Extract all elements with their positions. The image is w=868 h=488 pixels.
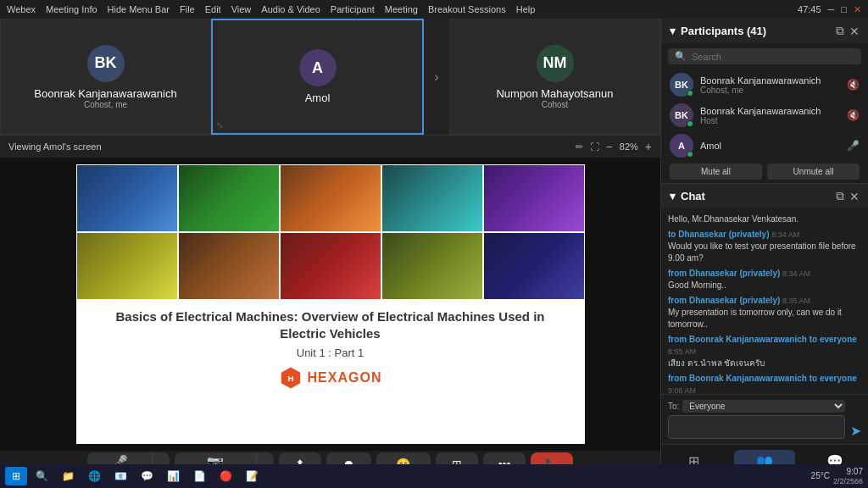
- chat-label: Chat: [681, 190, 705, 202]
- menu-meeting-info[interactable]: Meeting Info: [46, 4, 97, 14]
- slide-images: [76, 164, 585, 300]
- slide-img-4: [381, 164, 483, 232]
- expand-icon: ⤡: [216, 120, 223, 130]
- menu-breakout[interactable]: Breakout Sessions: [428, 4, 506, 14]
- p-avatar-1: BK: [670, 73, 693, 97]
- presentation-slide: Basics of Electrical Machines: Overview …: [76, 164, 585, 444]
- slide-img-8: [280, 232, 381, 300]
- taskbar-teams[interactable]: 💬: [135, 466, 159, 486]
- screen-content: Basics of Electrical Machines: Overview …: [0, 158, 660, 451]
- menu-webex[interactable]: Webex: [7, 4, 36, 14]
- participant-item-2[interactable]: BK Boonrak Kanjanawarawanich Host 🔇: [661, 100, 868, 130]
- role-1: Cohost, me: [84, 100, 127, 109]
- taskbar-app1[interactable]: 🔴: [214, 466, 237, 486]
- slide-subtitle: Unit 1 : Part 1: [93, 347, 568, 359]
- main-layout: BK Boonrak Kanjanawarawanich Cohost, me …: [0, 19, 868, 488]
- participant-item-3[interactable]: A Amol 🎤: [661, 130, 868, 160]
- taskbar-weather: 25°C: [811, 471, 830, 480]
- menu-meeting[interactable]: Meeting: [385, 4, 418, 14]
- taskbar-excel[interactable]: 📊: [161, 466, 185, 486]
- fit-icon[interactable]: ⛶: [590, 141, 599, 152]
- menu-bar: Webex Meeting Info Hide Menu Bar File Ed…: [0, 0, 868, 19]
- video-tile-2[interactable]: A Amol ⤡: [211, 19, 424, 135]
- close-icon[interactable]: ✕: [854, 4, 861, 15]
- video-tile-1[interactable]: BK Boonrak Kanjanawarawanich Cohost, me: [0, 19, 211, 135]
- name-2: Amol: [305, 92, 331, 104]
- slide-img-top: [76, 164, 585, 232]
- chat-text-1: Would you like to test your presentation…: [668, 241, 861, 264]
- chat-text-2: Good Morning..: [668, 280, 861, 291]
- zoom-minus[interactable]: −: [606, 141, 613, 152]
- screen-share-area: Viewing Amol's screen ✏ ⛶ − 82% +: [0, 136, 660, 451]
- chat-time-3: 8:35 AM: [782, 297, 810, 305]
- taskbar-date: 2/2/2566: [833, 477, 863, 486]
- chat-msg-1: to Dhanasekar (privately) 8:34 AM Would …: [668, 229, 861, 264]
- taskbar-word[interactable]: 📄: [187, 466, 211, 486]
- slide-img-2: [178, 164, 280, 232]
- maximize-icon[interactable]: □: [841, 4, 847, 14]
- video-tile-3[interactable]: NM Numpon Mahayotsanun Cohost: [449, 19, 660, 135]
- mute-all-button[interactable]: Mute all: [670, 164, 762, 180]
- collapse-icon[interactable]: ▾: [670, 25, 676, 37]
- unmute-all-button[interactable]: Unmute all: [767, 164, 860, 180]
- chat-input-wrapper: To: Everyone: [668, 400, 845, 439]
- clock-display: 47:45: [798, 4, 821, 14]
- search-icon: 🔍: [675, 51, 687, 62]
- nav-arrow-right[interactable]: ›: [424, 19, 449, 135]
- chat-msg-5: from Boonrak Kanjanawarawanich to everyo…: [668, 373, 861, 394]
- chat-input-area: To: Everyone ➤: [661, 394, 868, 444]
- chat-text-0: Hello, Mr.Dhanasekar Venkatesan.: [668, 214, 798, 224]
- chat-msg-2: from Dhanasekar (privately) 8:34 AM Good…: [668, 268, 861, 291]
- popout-icon[interactable]: ⧉: [836, 24, 844, 38]
- chat-text-input[interactable]: [668, 415, 845, 439]
- taskbar-search[interactable]: 🔍: [30, 466, 53, 486]
- taskbar-outlook[interactable]: 📧: [108, 466, 132, 486]
- participants-header: ▾ Participants (41) ⧉ ✕: [661, 19, 868, 43]
- search-input[interactable]: [692, 52, 854, 62]
- slide-logo: H HEXAGON: [93, 366, 568, 390]
- p-info-1: Boonrak Kanjanawarawanich Cohost, me: [700, 75, 840, 95]
- close-participants-icon[interactable]: ✕: [849, 25, 860, 38]
- p-avatar-3: A: [670, 134, 693, 158]
- participants-title: ▾ Participants (41): [670, 25, 766, 37]
- annotate-icon[interactable]: ✏: [576, 141, 583, 152]
- participants-label: Participants (41): [681, 25, 766, 37]
- chat-title: ▾ Chat: [670, 190, 705, 202]
- menu-edit[interactable]: Edit: [205, 4, 221, 14]
- chat-sender-2: from Dhanasekar (privately): [668, 269, 780, 278]
- participant-item-1[interactable]: BK Boonrak Kanjanawarawanich Cohost, me …: [661, 69, 868, 100]
- menu-help[interactable]: Help: [516, 4, 536, 14]
- zoom-plus[interactable]: +: [645, 141, 652, 152]
- slide-img-3: [280, 164, 381, 232]
- participants-actions: ⧉ ✕: [836, 24, 860, 38]
- chat-send-button[interactable]: ➤: [850, 423, 861, 439]
- taskbar-notepad[interactable]: 📝: [240, 466, 264, 486]
- viewing-label: Viewing Amol's screen: [8, 141, 102, 152]
- chat-to-select[interactable]: Everyone: [682, 400, 845, 413]
- avatar-3: NM: [537, 45, 574, 82]
- p-role-2: Host: [700, 116, 840, 125]
- name-3: Numpon Mahayotsanun: [496, 87, 613, 100]
- chat-time-5: 9:06 AM: [668, 386, 696, 394]
- menu-participant[interactable]: Participant: [331, 4, 375, 14]
- video-area: BK Boonrak Kanjanawarawanich Cohost, me …: [0, 19, 660, 488]
- p-name-2: Boonrak Kanjanawarawanich: [700, 106, 840, 116]
- slide-title: Basics of Electrical Machines: Overview …: [93, 308, 568, 341]
- close-chat-icon[interactable]: ✕: [849, 190, 860, 203]
- hexagon-svg: H: [279, 366, 303, 390]
- chat-sender-4: from Boonrak Kanjanawarawanich to everyo…: [668, 335, 857, 344]
- p-mic-2: 🔇: [847, 109, 860, 121]
- menu-hide[interactable]: Hide Menu Bar: [108, 4, 170, 14]
- slide-img-5: [483, 164, 585, 232]
- menu-view[interactable]: View: [231, 4, 252, 14]
- start-button[interactable]: ⊞: [5, 467, 27, 485]
- taskbar-explorer[interactable]: 📁: [56, 466, 80, 486]
- minimize-icon[interactable]: ─: [828, 4, 835, 14]
- search-bar[interactable]: 🔍: [668, 48, 861, 64]
- menu-audio-video[interactable]: Audio & Video: [261, 4, 320, 14]
- taskbar-edge[interactable]: 🌐: [82, 466, 106, 486]
- chat-time-1: 8:34 AM: [771, 230, 799, 239]
- menu-file[interactable]: File: [180, 4, 195, 14]
- chat-popout-icon[interactable]: ⧉: [836, 189, 844, 203]
- chat-collapse-icon[interactable]: ▾: [670, 190, 676, 202]
